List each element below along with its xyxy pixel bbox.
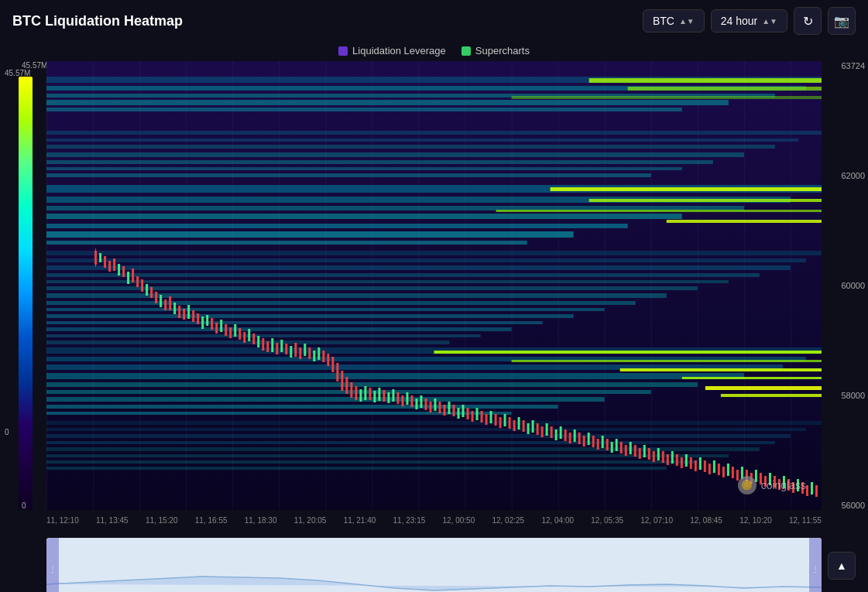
svg-rect-32 (434, 351, 822, 354)
time-selector[interactable]: 24 hour ▲▼ (711, 9, 787, 33)
svg-rect-202 (718, 464, 720, 475)
coin-selector[interactable]: BTC ▲▼ (643, 9, 705, 33)
svg-rect-195 (685, 454, 688, 467)
svg-rect-51 (46, 293, 667, 298)
screenshot-button[interactable]: 📷 (828, 7, 856, 35)
svg-rect-133 (396, 392, 399, 404)
svg-rect-143 (444, 405, 446, 416)
svg-rect-149 (472, 411, 474, 422)
y-right-60000: 60000 (825, 281, 865, 290)
svg-rect-191 (667, 454, 669, 465)
svg-rect-151 (481, 411, 483, 423)
svg-rect-61 (46, 434, 791, 438)
svg-rect-173 (583, 436, 585, 447)
refresh-button[interactable]: ↻ (794, 7, 822, 35)
svg-rect-33 (512, 360, 822, 362)
range-thumb-left[interactable]: ⋮ (46, 538, 59, 592)
svg-rect-174 (588, 433, 590, 445)
svg-rect-166 (551, 426, 553, 438)
svg-rect-59 (46, 421, 822, 425)
svg-rect-119 (331, 357, 334, 372)
svg-rect-97 (229, 327, 232, 338)
chart-legend: Liquidation Leverage Supercharts (0, 42, 868, 61)
svg-rect-35 (682, 377, 822, 379)
range-thumb-right[interactable]: ⋮ (809, 538, 822, 592)
svg-rect-100 (243, 332, 245, 343)
svg-rect-139 (424, 399, 427, 410)
svg-rect-178 (606, 439, 609, 450)
svg-rect-84 (169, 296, 171, 310)
x-label-13: 12, 08:45 (690, 516, 722, 525)
svg-rect-125 (359, 389, 362, 402)
watermark: 🪙 coinglass (738, 476, 806, 494)
svg-rect-186 (643, 445, 646, 457)
svg-rect-146 (458, 408, 460, 419)
svg-rect-158 (513, 420, 516, 431)
svg-rect-89 (192, 310, 194, 322)
svg-rect-69 (99, 253, 101, 262)
svg-rect-90 (197, 313, 199, 324)
svg-rect-162 (532, 420, 534, 433)
svg-rect-26 (46, 373, 744, 379)
svg-rect-28 (46, 390, 651, 394)
time-value: 24 hour (721, 15, 757, 27)
svg-rect-70 (104, 256, 106, 268)
legend-supercharts-label: Supercharts (475, 45, 530, 56)
svg-rect-154 (495, 414, 497, 426)
svg-rect-99 (238, 328, 241, 340)
svg-rect-86 (178, 306, 180, 318)
y-axis-right: 63724 62000 60000 58000 56000 (822, 61, 868, 510)
svg-rect-74 (122, 266, 125, 277)
svg-rect-41 (46, 152, 744, 157)
scroll-up-button[interactable]: ▲ (828, 552, 856, 580)
svg-rect-197 (695, 460, 697, 471)
mini-chart-svg (46, 538, 822, 592)
svg-rect-56 (46, 327, 512, 331)
svg-rect-126 (364, 386, 366, 400)
svg-rect-136 (410, 395, 413, 407)
svg-rect-122 (345, 377, 348, 394)
svg-rect-57 (46, 334, 481, 337)
svg-rect-49 (46, 280, 729, 283)
svg-rect-134 (401, 395, 403, 406)
x-label-2: 11, 15:20 (146, 516, 178, 525)
svg-rect-221 (806, 485, 808, 496)
svg-rect-152 (485, 414, 488, 425)
svg-rect-112 (299, 347, 301, 359)
svg-rect-182 (625, 445, 627, 456)
legend-liquidation: Liquidation Leverage (338, 45, 446, 56)
svg-rect-21 (496, 210, 822, 212)
svg-rect-185 (639, 448, 641, 459)
y-right-58000: 58000 (825, 391, 865, 400)
x-label-8: 12, 00:50 (443, 516, 475, 525)
mini-chart-range-selector[interactable]: ⋮ ⋮ (46, 538, 822, 592)
svg-rect-93 (211, 318, 213, 330)
svg-rect-135 (406, 392, 408, 405)
svg-rect-18 (46, 241, 527, 245)
svg-rect-45 (46, 251, 822, 255)
svg-rect-180 (616, 439, 618, 451)
svg-rect-43 (46, 167, 682, 170)
main-chart-area[interactable]: 🪙 coinglass (46, 61, 822, 510)
svg-rect-79 (146, 284, 148, 296)
svg-rect-128 (373, 391, 376, 402)
svg-rect-160 (523, 420, 525, 432)
svg-rect-165 (546, 423, 548, 436)
svg-rect-147 (462, 405, 465, 417)
svg-rect-111 (294, 343, 297, 357)
svg-rect-175 (592, 436, 595, 447)
svg-rect-60 (46, 428, 806, 431)
svg-rect-110 (290, 346, 292, 358)
svg-rect-204 (727, 464, 729, 476)
svg-rect-194 (681, 457, 683, 468)
y-left-top: 45.57M (22, 61, 43, 70)
svg-rect-168 (560, 426, 562, 439)
svg-rect-116 (317, 347, 320, 360)
heatmap-svg (46, 61, 822, 510)
legend-supercharts-dot (461, 46, 471, 56)
x-label-1: 11, 13:45 (96, 516, 129, 525)
svg-rect-30 (46, 405, 558, 409)
svg-rect-120 (336, 363, 338, 382)
svg-rect-131 (387, 392, 389, 403)
svg-rect-157 (509, 417, 511, 429)
